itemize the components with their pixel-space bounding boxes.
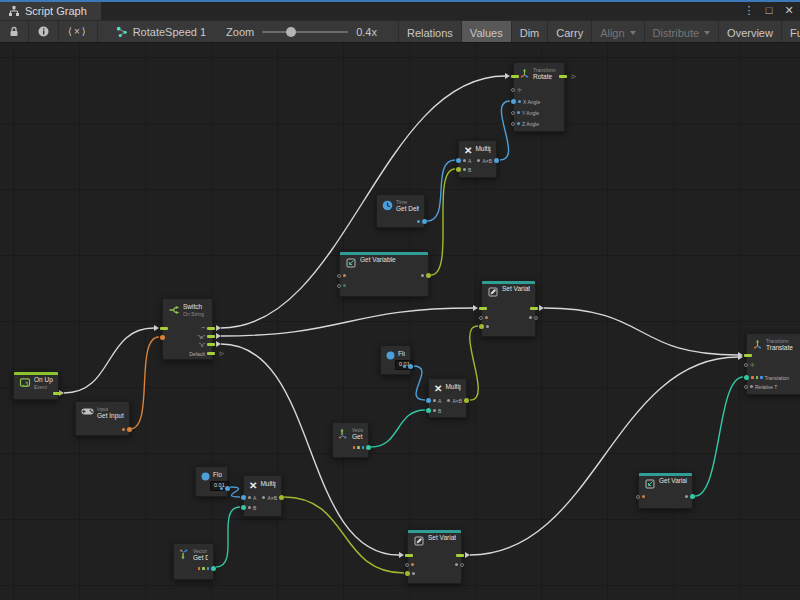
port[interactable] xyxy=(198,565,217,572)
port[interactable] xyxy=(511,73,519,80)
zoom-slider[interactable] xyxy=(262,31,348,33)
port-z-angle[interactable]: Z Angle xyxy=(511,120,539,127)
wire-delta-time-to-multiply-a[interactable] xyxy=(427,160,455,221)
toolbar-button-align[interactable]: Align xyxy=(591,21,643,43)
node-get-delta-time[interactable]: TimeGet Delta Time xyxy=(376,194,425,228)
wire-switch-case2-to-set-variable-top[interactable] xyxy=(221,308,473,336)
node-float-mid[interactable]: Float0.01 xyxy=(380,345,411,375)
port-a[interactable]: A xyxy=(426,397,441,404)
maximize-button[interactable]: □ xyxy=(762,4,776,16)
toolbar-button-dim[interactable]: Dim xyxy=(511,21,548,43)
port[interactable] xyxy=(403,363,413,370)
node-get-up[interactable]: Vector 3Get Up xyxy=(332,422,369,458)
node-switch-on-string[interactable]: SwitchOn String"""w""s"Default▷ xyxy=(162,298,213,360)
port[interactable] xyxy=(479,323,489,330)
port-y-angle[interactable]: Y Angle xyxy=(511,109,539,116)
port-a-b[interactable]: A×B xyxy=(262,494,284,501)
port-relative-t[interactable]: Relative T xyxy=(744,383,777,390)
wire-switch-case3-to-set-variable-bottom[interactable] xyxy=(221,344,399,555)
port[interactable] xyxy=(529,314,538,321)
node-get-input-string[interactable]: InputGet Input String xyxy=(75,401,130,436)
toolbar-button-carry[interactable]: Carry xyxy=(547,21,591,43)
node-set-variable-top[interactable]: Set Variable xyxy=(481,280,536,337)
port--[interactable]: "" xyxy=(201,325,215,332)
wire-on-update-to-switch[interactable] xyxy=(64,328,154,393)
port--w-[interactable]: "w" xyxy=(198,333,215,340)
unconnected-port xyxy=(511,111,515,115)
graph-reference[interactable]: RotateSpeed 1 xyxy=(106,21,216,42)
wire-get-variable-to-translate-translation[interactable] xyxy=(695,377,743,496)
wire-multiply-to-rotate-x-angle[interactable] xyxy=(500,101,510,160)
node-multiply-top[interactable]: ✕MultiplyAA×BB xyxy=(458,140,497,178)
port[interactable] xyxy=(353,444,372,451)
zoom-fit-button[interactable]: ⟨×⟩ xyxy=(59,21,98,42)
port[interactable] xyxy=(636,493,645,500)
toolbar-button-distribute[interactable]: Distribute xyxy=(644,21,718,43)
zoom-slider-thumb[interactable] xyxy=(286,27,296,37)
node-multiply-mid[interactable]: ✕MultiplyAA×BB xyxy=(428,378,467,418)
node-get-down[interactable]: Vector 3Get Down xyxy=(173,543,214,580)
port[interactable]: ✛ xyxy=(511,86,522,93)
port-b[interactable]: B xyxy=(456,166,471,173)
lock-button[interactable] xyxy=(0,21,29,42)
toolbar-button-values[interactable]: Values xyxy=(461,21,511,43)
port[interactable] xyxy=(479,314,488,321)
port[interactable] xyxy=(337,282,346,289)
port-a[interactable]: A xyxy=(456,157,471,164)
port-x-angle[interactable]: X Angle xyxy=(511,98,540,105)
more-menu-button[interactable]: ⋮ xyxy=(742,4,756,17)
wire-input-string-to-switch[interactable] xyxy=(130,337,159,429)
port[interactable] xyxy=(685,493,695,500)
port[interactable] xyxy=(337,272,346,279)
port-a-b[interactable]: A×B xyxy=(447,397,469,404)
wire-get-down-to-multiply-b[interactable] xyxy=(216,507,240,567)
port[interactable] xyxy=(160,334,165,341)
node-get-variable-top[interactable]: Get Variable xyxy=(339,251,429,297)
port-a-b[interactable]: A×B xyxy=(477,157,499,164)
wire-get-up-to-multiply-b[interactable] xyxy=(371,410,425,447)
inspect-button[interactable] xyxy=(29,21,59,42)
node-translate[interactable]: TransformTranslate✛TranslationRelative T xyxy=(746,333,800,395)
port[interactable] xyxy=(53,390,61,397)
wire-set-variable-bottom-to-translate[interactable] xyxy=(470,357,738,555)
wire-multiply-to-set-variable-value[interactable] xyxy=(470,326,479,400)
port[interactable] xyxy=(530,305,538,312)
port[interactable] xyxy=(405,561,414,568)
graph-canvas[interactable]: On UpdateEventInputGet Input StringSwitc… xyxy=(0,43,800,600)
toolbar-button-full-screen[interactable]: Full Screen xyxy=(781,21,800,43)
port[interactable]: ✛ xyxy=(744,361,755,368)
port-a[interactable]: A xyxy=(241,494,256,501)
port[interactable] xyxy=(421,272,431,279)
port-default[interactable]: Default▷ xyxy=(189,350,215,357)
wire-float-to-multiply-a[interactable] xyxy=(413,366,425,400)
wire-multiply-to-set-variable-value[interactable] xyxy=(284,497,404,573)
port[interactable] xyxy=(479,305,487,312)
tab-script-graph[interactable]: Script Graph xyxy=(0,0,101,20)
port-translation[interactable]: Translation xyxy=(744,374,789,381)
toolbar-button-relations[interactable]: Relations xyxy=(398,21,461,43)
close-button[interactable]: ✕ xyxy=(782,4,796,17)
node-rotate[interactable]: TransformRotate▷✛X AngleY AngleZ Angle xyxy=(513,62,565,132)
wire-float-to-multiply-a[interactable] xyxy=(230,487,240,497)
node-get-variable-bottom[interactable]: Get Variable xyxy=(638,472,693,509)
port[interactable] xyxy=(456,552,464,559)
node-on-update[interactable]: On UpdateEvent xyxy=(13,371,59,400)
port[interactable] xyxy=(405,570,415,577)
port[interactable] xyxy=(417,218,427,225)
port[interactable] xyxy=(122,426,132,433)
port-b[interactable]: B xyxy=(426,407,441,414)
port[interactable] xyxy=(220,485,230,492)
node-float-bottom[interactable]: Float0.01 xyxy=(195,466,228,497)
port-b[interactable]: B xyxy=(241,504,256,511)
port[interactable] xyxy=(160,325,168,332)
node-multiply-bottom[interactable]: ✕MultiplyAA×BB xyxy=(243,475,282,517)
port[interactable]: ▷ xyxy=(559,73,567,80)
wire-set-variable-top-to-translate[interactable] xyxy=(544,308,738,355)
wire-get-variable-to-multiply-b[interactable] xyxy=(431,169,455,275)
node-set-variable-bottom[interactable]: Set Variable xyxy=(407,529,462,584)
toolbar-button-overview[interactable]: Overview xyxy=(718,21,781,43)
port[interactable] xyxy=(744,352,752,359)
port[interactable] xyxy=(455,561,464,568)
port--s-[interactable]: "s" xyxy=(199,341,215,348)
port[interactable] xyxy=(405,552,413,559)
